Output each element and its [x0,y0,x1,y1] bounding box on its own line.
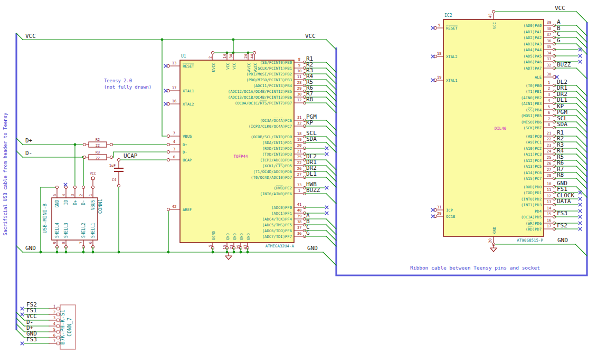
wire[interactable] [576,110,587,120]
net-label[interactable]: SDA [306,136,317,142]
net-label[interactable]: FS3 [557,210,567,217]
wire[interactable] [326,166,336,176]
note-teensy-line2[interactable]: (not fully drawn) [104,84,151,90]
wire[interactable] [326,225,336,235]
net-label[interactable]: R8 [557,171,564,178]
r2-ref[interactable]: R2 [96,138,100,142]
wire[interactable] [326,74,336,84]
net-label[interactable]: G [306,229,310,236]
wire[interactable] [576,178,587,189]
wire[interactable] [326,103,336,113]
wire[interactable] [16,138,23,145]
ic2-footprint[interactable]: DIL40 [495,126,507,131]
wire[interactable] [576,160,587,171]
net-label-vcc-left[interactable]: VCC [25,33,36,40]
conn7-ref[interactable]: CONN_7 [67,318,73,337]
wire[interactable] [326,194,336,204]
net-label[interactable]: G [557,37,561,44]
wire[interactable] [576,136,587,147]
wire[interactable] [326,97,336,107]
wire[interactable] [576,12,587,22]
net-label-gnd-u1[interactable]: GND [307,245,318,252]
wire[interactable] [576,173,587,183]
r2-value[interactable]: 22 [96,143,100,148]
wire[interactable] [576,32,587,42]
wire[interactable] [326,177,336,187]
c4-value[interactable]: 1uF [109,164,116,168]
wire[interactable] [326,91,336,101]
net-label[interactable]: DATA [557,198,571,205]
wire[interactable] [16,33,23,40]
junction-dot [232,39,235,41]
wire[interactable] [576,25,587,36]
pin-name: D- [183,150,187,155]
net-label[interactable]: R8 [306,96,313,103]
wire[interactable] [326,40,336,50]
conn7-value[interactable]: B7K-PH-K-S1 [60,310,65,344]
ic2-ref[interactable]: IC2 [444,13,452,18]
conn1-ref[interactable]: CONN1 [97,199,103,214]
net-label-gnd-ic2[interactable]: GND [557,237,568,244]
wire[interactable] [326,126,336,136]
ic2-part[interactable]: AT90S8515-P [517,238,543,243]
net-label-dminus[interactable]: D- [25,150,32,157]
wire[interactable] [576,103,587,114]
r3-value[interactable]: 22 [96,156,100,160]
wire[interactable] [326,236,336,246]
wire[interactable] [326,80,336,90]
note-teensy-line1[interactable]: Teensy 2.0 [104,78,132,83]
u1-footprint[interactable]: TQFP44 [233,154,248,159]
net-label[interactable]: BUZZ [306,187,320,194]
pin-end-circle [167,102,169,105]
wire[interactable] [576,128,587,138]
wire[interactable] [576,166,587,177]
wire[interactable] [326,62,336,72]
wire[interactable] [323,252,336,265]
u1-part[interactable]: ATMEGA32U4-A [266,244,295,248]
wire[interactable] [326,219,336,229]
net-label[interactable]: DL1 [306,170,317,177]
net-label-vcc-ic2[interactable]: VCC [555,5,565,12]
schematic-canvas[interactable]: Sacrificial USB cable from header to Tee… [0,0,597,364]
wire[interactable] [326,231,336,241]
wire[interactable] [576,154,587,165]
wire[interactable] [16,246,23,252]
wire[interactable] [576,122,587,132]
r3-ref[interactable]: R3 [96,150,100,155]
wire[interactable] [576,91,587,102]
conn1-value[interactable]: USB-MINI-B [42,203,48,233]
pin-number: 21 [297,149,302,154]
u1-ref[interactable]: U1 [181,54,186,59]
c4-ref[interactable]: C4 [112,178,116,182]
net-label-vcc-u1[interactable]: VCC [305,33,316,40]
wire[interactable] [326,160,336,170]
wire[interactable] [16,151,23,157]
wire[interactable] [576,44,587,54]
net-label[interactable]: SDA [557,121,567,128]
net-label[interactable]: FS3 [26,336,37,343]
note-ribbon[interactable]: Ribbon cable between Teensy pins and soc… [410,265,540,271]
net-label-dplus[interactable]: D+ [25,137,33,144]
wire[interactable] [576,68,587,79]
net-label-ucap[interactable]: UCAP [124,152,138,159]
wire[interactable] [576,116,587,126]
net-label[interactable]: BUZZ [557,61,571,68]
pin-number: 1 [53,304,55,309]
wire[interactable] [576,187,587,197]
wire[interactable] [576,37,587,48]
net-label-gnd-left[interactable]: GND [25,245,36,252]
wire[interactable] [576,85,587,96]
wire[interactable] [326,68,336,78]
net-label[interactable]: KP [306,119,314,126]
wire[interactable] [576,148,587,159]
wire[interactable] [326,85,336,95]
wire[interactable] [576,142,587,152]
net-label[interactable]: FS2 [557,222,567,229]
wire[interactable] [326,120,336,130]
wire[interactable] [326,137,336,147]
pin-number: 4 [61,194,66,196]
wire[interactable] [576,98,587,108]
wire[interactable] [326,171,336,181]
wire[interactable] [575,244,587,256]
note-usb-cable[interactable]: Sacrificial USB cable from header to Tee… [3,112,8,236]
